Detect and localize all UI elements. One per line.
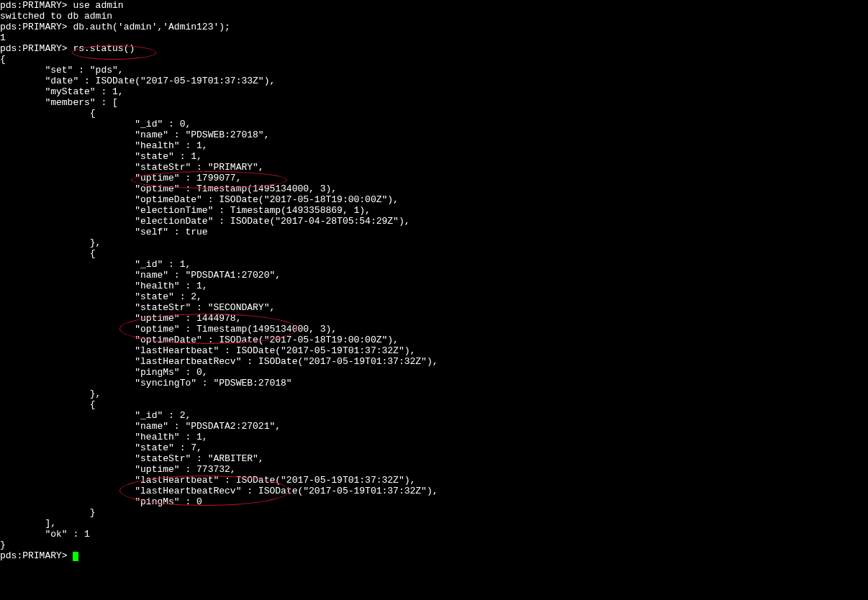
terminal-line: 1 [0, 32, 868, 43]
terminal-line: "date" : ISODate("2017-05-19T01:37:33Z")… [0, 76, 868, 86]
terminal-prompt[interactable]: pds:PRIMARY> [0, 550, 868, 561]
terminal-line: "stateStr" : "PRIMARY", [0, 162, 868, 173]
terminal-line: pds:PRIMARY> db.auth('admin','Admin123')… [0, 22, 868, 32]
terminal-line: }, [0, 388, 868, 399]
terminal-line: "pingMs" : 0, [0, 367, 868, 378]
terminal-line: "lastHeartbeat" : ISODate("2017-05-19T01… [0, 345, 868, 356]
terminal-line: "lastHeartbeatRecv" : ISODate("2017-05-1… [0, 356, 868, 367]
terminal-line: "optimeDate" : ISODate("2017-05-18T19:00… [0, 194, 868, 205]
terminal-line: "state" : 1, [0, 151, 868, 162]
terminal-line: "name" : "PDSDATA1:27020", [0, 270, 868, 281]
terminal-line: "set" : "pds", [0, 65, 868, 76]
terminal-line: "optime" : Timestamp(1495134000, 3), [0, 324, 868, 335]
terminal-line: "syncingTo" : "PDSWEB:27018" [0, 378, 868, 388]
terminal-line: "stateStr" : "SECONDARY", [0, 302, 868, 313]
terminal-line: } [0, 507, 868, 518]
terminal-line: { [0, 399, 868, 410]
terminal-line: "health" : 1, [0, 140, 868, 151]
cursor [73, 552, 78, 561]
terminal-line: }, [0, 237, 868, 248]
terminal-line: ], [0, 518, 868, 529]
terminal-line: "pingMs" : 0 [0, 496, 868, 507]
terminal-line: "uptime" : 1799077, [0, 173, 868, 183]
terminal-line: pds:PRIMARY> rs.status() [0, 43, 868, 54]
terminal-line: "uptime" : 1444978, [0, 313, 868, 324]
terminal-line: "name" : "PDSDATA2:27021", [0, 421, 868, 432]
terminal-line: switched to db admin [0, 11, 868, 22]
terminal-line: } [0, 540, 868, 550]
terminal-line: "electionDate" : ISODate("2017-04-28T05:… [0, 216, 868, 227]
terminal-line: "myState" : 1, [0, 86, 868, 97]
terminal-line: "_id" : 0, [0, 119, 868, 129]
terminal-line: "uptime" : 773732, [0, 464, 868, 475]
terminal-line: "health" : 1, [0, 432, 868, 442]
terminal-line: "members" : [ [0, 97, 868, 108]
terminal-line: { [0, 54, 868, 65]
terminal-line: "electionTime" : Timestamp(1493358869, 1… [0, 205, 868, 216]
terminal-line: "_id" : 1, [0, 259, 868, 270]
terminal-line: pds:PRIMARY> use admin [0, 0, 868, 11]
terminal-line: { [0, 108, 868, 119]
terminal-line: "_id" : 2, [0, 410, 868, 421]
terminal-line: "stateStr" : "ARBITER", [0, 453, 868, 464]
terminal-line: "optimeDate" : ISODate("2017-05-18T19:00… [0, 335, 868, 345]
terminal-line: "lastHeartbeatRecv" : ISODate("2017-05-1… [0, 486, 868, 496]
terminal-line: "state" : 7, [0, 442, 868, 453]
terminal-line: "state" : 2, [0, 291, 868, 302]
terminal-line: "optime" : Timestamp(1495134000, 3), [0, 183, 868, 194]
terminal-line: "lastHeartbeat" : ISODate("2017-05-19T01… [0, 475, 868, 486]
terminal-line: "ok" : 1 [0, 529, 868, 540]
terminal-line: "name" : "PDSWEB:27018", [0, 129, 868, 140]
terminal-line: "health" : 1, [0, 281, 868, 291]
terminal-output[interactable]: pds:PRIMARY> use adminswitched to db adm… [0, 0, 868, 561]
terminal-line: "self" : true [0, 227, 868, 237]
terminal-line: { [0, 248, 868, 259]
